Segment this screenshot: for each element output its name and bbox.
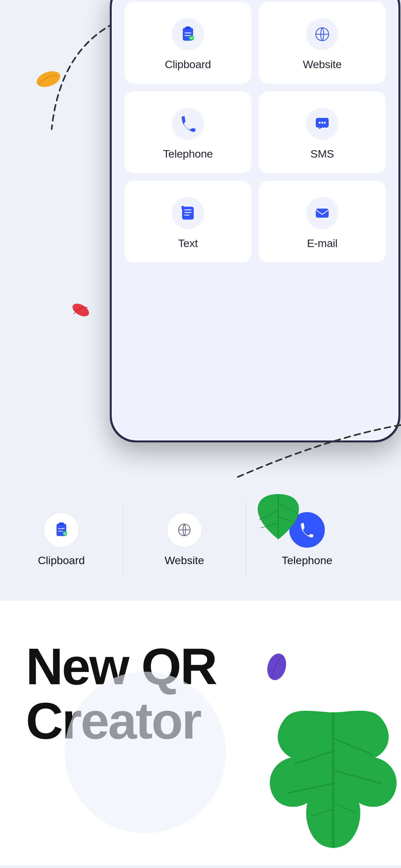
telephone-icon <box>179 115 197 133</box>
green-leaf-top-icon <box>246 491 311 544</box>
svg-rect-14 <box>59 523 64 525</box>
phone-telephone-icon-circle <box>172 107 204 140</box>
red-leaf-icon <box>71 304 90 316</box>
phone-email-label: E-mail <box>307 237 338 250</box>
phone-text-label: Text <box>178 237 197 250</box>
svg-point-8 <box>321 122 323 124</box>
phone-section: Clipboard Website Tel <box>0 0 401 478</box>
text-icon <box>179 204 197 222</box>
phone-email-icon-circle <box>306 197 338 229</box>
phone-inner: Clipboard Website Tel <box>112 0 398 440</box>
svg-point-4 <box>189 35 194 40</box>
scroll-clipboard-icon-circle <box>43 512 79 548</box>
svg-point-9 <box>324 122 326 124</box>
scroll-section: Clipboard Website Telephone <box>0 478 401 600</box>
svg-point-1 <box>71 304 90 316</box>
phone-clipboard-icon-circle <box>172 18 204 51</box>
svg-point-15 <box>63 531 67 536</box>
svg-point-0 <box>35 71 61 87</box>
clipboard-icon <box>179 25 197 43</box>
phone-email-item[interactable]: E-mail <box>259 181 385 262</box>
phone-telephone-item[interactable]: Telephone <box>125 91 251 173</box>
bottom-section: New QR Creator <box>0 600 401 865</box>
phone-text-item[interactable]: Text <box>125 181 251 262</box>
scroll-telephone-label: Telephone <box>282 554 333 567</box>
sms-icon <box>313 115 331 133</box>
svg-rect-12 <box>316 209 329 218</box>
scroll-clipboard-icon <box>53 522 70 538</box>
website-icon <box>313 25 331 43</box>
phone-sms-label: SMS <box>311 148 334 160</box>
svg-rect-11 <box>181 206 184 209</box>
green-leaf-big-icon <box>252 686 401 865</box>
phone-website-item[interactable]: Website <box>259 2 385 84</box>
scroll-website-icon <box>176 522 193 538</box>
svg-point-17 <box>266 652 288 681</box>
phone-text-icon-circle <box>172 197 204 229</box>
scroll-website-item[interactable]: Website <box>123 502 245 577</box>
scroll-website-icon-circle <box>166 512 202 548</box>
phone-website-label: Website <box>303 58 342 71</box>
scroll-clipboard-item[interactable]: Clipboard <box>0 502 123 577</box>
scroll-clipboard-label: Clipboard <box>38 554 85 567</box>
phone-clipboard-item[interactable]: Clipboard <box>125 2 251 84</box>
svg-point-7 <box>319 122 320 124</box>
email-icon <box>313 204 331 222</box>
phone-clipboard-label: Clipboard <box>165 58 211 71</box>
scroll-website-label: Website <box>165 554 204 567</box>
yellow-leaf-icon <box>35 71 61 87</box>
phone-telephone-label: Telephone <box>163 148 213 160</box>
phone-frame: Clipboard Website Tel <box>110 0 400 442</box>
phone-sms-item[interactable]: SMS <box>259 91 385 173</box>
phone-sms-icon-circle <box>306 107 338 140</box>
dashed-arc-bottom <box>194 404 401 478</box>
purple-leaf-icon <box>266 652 288 683</box>
svg-rect-3 <box>185 27 190 29</box>
circle-decoration <box>65 672 226 833</box>
phone-website-icon-circle <box>306 18 338 51</box>
